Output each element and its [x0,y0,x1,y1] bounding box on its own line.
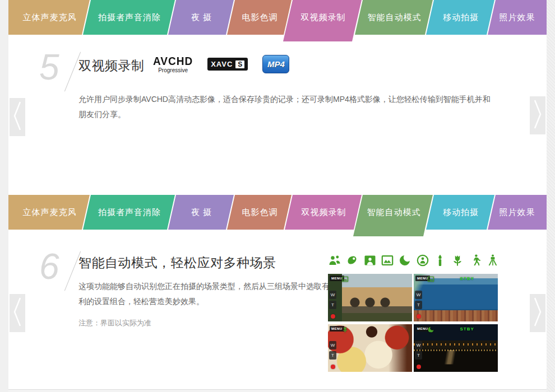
section-body-text: 允许用户同步录制AVCHD高清动态影像，适合保存珍贵的记录；还可录制MP4格式影… [78,92,496,122]
record-dot-icon [331,314,335,319]
record-dot-icon [417,314,421,319]
section-number: 5 [39,49,59,85]
zoom-wide-button: W [329,291,336,299]
feature-tab[interactable]: 电影色调 [227,0,293,35]
feature-tab-label: 双视频录制 [283,0,363,35]
chevron-left-icon [12,296,23,330]
section-5-panel: 5 双视频录制 AVCHD Progressive XAVC S MP4 允许用… [8,35,547,195]
format-logos: AVCHD Progressive XAVC S MP4 [153,55,289,73]
scene-mini-icon [341,325,349,333]
feature-tab-label: 电影色调 [227,195,293,230]
feature-tab-label: 夜 摄 [168,195,235,230]
chevron-left-icon [12,100,23,134]
stby-status-label: STBY [460,326,474,332]
section-title: 双视频录制 [78,57,145,74]
carousel-prev-button[interactable] [10,294,25,332]
feature-tab[interactable]: 立体声麦克风 [8,195,91,230]
scene-media-block: MENU W T MENU STBY W T MENU W T MENU STB… [328,253,499,372]
feature-tab-label: 电影色调 [227,0,293,35]
camera-screen-thumb-food: MENU W T [328,324,412,372]
scene-icons-row [328,253,499,268]
section-6: 立体声麦克风 拍摄者声音消除 夜 摄 电影色调 双视频录制 智能自动模式 移动拍… [8,195,547,389]
landscape-icon [381,254,394,267]
section-body-text: 这项功能能够自动识别您正在拍摄的场景类型，然后从三组场景中选取有利的设置组合，轻… [78,279,332,309]
feature-tab[interactable]: 立体声麦克风 [8,0,91,35]
feature-tab[interactable]: 夜 摄 [168,195,235,230]
walk-icon [469,254,482,267]
scene-mini-icon [427,325,434,333]
camera-screen-thumb-coast: MENU STBY W T [414,274,498,321]
baby-icon [345,254,359,267]
feature-tab-label: 夜 摄 [168,0,235,35]
camera-screen-thumb-bridge: MENU W T [328,274,412,321]
scene-mini-icon [427,275,434,282]
avchd-logo: AVCHD Progressive [153,55,193,73]
carousel-prev-button[interactable] [10,98,25,136]
content-column: 立体声麦克风 拍摄者声音消除 夜 摄 电影色调 双视频录制 智能自动模式 移动拍… [8,0,547,392]
section-note: 注意：界面以实际为准 [78,318,151,328]
section-number: 6 [39,249,59,284]
spotlight-icon [416,254,429,267]
backlight-icon [363,254,377,267]
section-title: 智能自动模式，轻松应对多种场景 [78,254,276,272]
feature-tab[interactable]: 智能自动模式 [355,0,434,35]
night-scene-icon [398,254,411,267]
feature-tab-label: 照片效果 [488,195,547,230]
mp4-logo: MP4 [262,55,289,73]
section-5: 立体声麦克风 拍摄者声音消除 夜 摄 电影色调 双视频录制 智能自动模式 移动拍… [8,0,547,195]
zoom-wide-button: W [329,341,336,349]
feature-tab[interactable]: 双视频录制 [283,0,363,41]
low-light-icon [433,254,447,267]
portrait-group-icon [328,254,341,267]
feature-tab[interactable]: 移动拍摄 [426,0,496,35]
feature-tab-label: 智能自动模式 [353,195,434,230]
feature-tab-label: 智能自动模式 [355,0,434,35]
feature-tab-label: 拍摄者声音消除 [83,0,176,35]
zoom-tele-button: T [329,351,336,360]
chevron-right-icon [532,99,543,132]
camera-screens-grid: MENU W T MENU STBY W T MENU W T MENU STB… [328,274,499,372]
feature-tab[interactable]: 拍摄者声音消除 [83,195,176,230]
xavcs-logo: XAVC S [207,58,248,71]
zoom-wide-button: W [415,341,422,349]
macro-icon [451,254,464,267]
feature-tabbar-1: 立体声麦克风 拍摄者声音消除 夜 摄 电影色调 双视频录制 智能自动模式 移动拍… [8,0,547,35]
feature-tab-label: 双视频录制 [285,195,363,230]
tripod-icon [486,254,499,267]
feature-tab-label: 照片效果 [488,0,547,35]
feature-tab[interactable]: 电影色调 [227,195,293,230]
record-dot-icon [331,365,335,369]
zoom-tele-button: T [329,301,336,309]
feature-tab-label: 移动拍摄 [426,0,496,35]
zoom-tele-button: T [415,301,422,309]
feature-tab[interactable]: 智能自动模式 [353,195,434,236]
scene-mini-icon [341,275,349,282]
feature-tab[interactable]: 照片效果 [488,0,547,35]
feature-tab-label: 拍摄者声音消除 [83,195,176,230]
feature-tab[interactable]: 照片效果 [488,195,547,230]
carousel-next-button[interactable] [530,294,545,332]
feature-tab[interactable]: 拍摄者声音消除 [83,0,176,35]
section-divider [8,389,547,392]
feature-tab[interactable]: 双视频录制 [285,195,363,230]
page-edge-texture [547,0,555,392]
feature-tabbar-2: 立体声麦克风 拍摄者声音消除 夜 摄 电影色调 双视频录制 智能自动模式 移动拍… [8,195,547,230]
feature-tab-label: 立体声麦克风 [8,195,91,230]
stby-status-label: STBY [460,276,474,281]
feature-tab[interactable]: 移动拍摄 [426,195,496,230]
section-6-panel: 6 智能自动模式，轻松应对多种场景 这项功能能够自动识别您正在拍摄的场景类型，然… [8,230,547,389]
chevron-right-icon [532,296,543,330]
record-dot-icon [417,365,421,369]
zoom-wide-button: W [415,291,422,299]
feature-tab-label: 立体声麦克风 [8,0,91,35]
camera-screen-thumb-night: MENU STBY W T [414,324,498,372]
zoom-tele-button: T [415,351,422,360]
page: 立体声麦克风 拍摄者声音消除 夜 摄 电影色调 双视频录制 智能自动模式 移动拍… [0,0,555,392]
carousel-next-button[interactable] [530,96,545,134]
feature-tab[interactable]: 夜 摄 [168,0,235,35]
feature-tab-label: 移动拍摄 [426,195,496,230]
